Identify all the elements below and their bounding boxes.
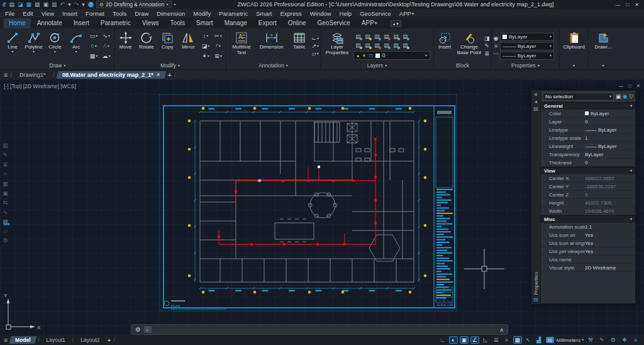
copy-tool-button[interactable]: Copy	[158, 30, 177, 62]
ribbon-collapse-button[interactable]: ▴▾	[391, 20, 401, 27]
open-file-icon[interactable]: ◪	[18, 1, 23, 8]
viewport-controls[interactable]: [-] [Top] [2D Wireframe] [WCS]	[4, 83, 76, 89]
close-icon[interactable]: ✕	[157, 72, 160, 77]
swap-tool-icon[interactable]: ⇆	[3, 200, 8, 206]
units-dropdown[interactable]: Millimeters ▾	[557, 337, 584, 343]
panel-label-draw[interactable]: Draw▾	[3, 62, 113, 69]
define-attribute-icon[interactable]: ◨	[484, 35, 490, 42]
redo-dropdown-icon[interactable]: ▾	[82, 1, 85, 8]
ribbon-tab-home[interactable]: Home	[4, 18, 31, 28]
layer-state-icon-10[interactable]: ▤	[391, 41, 401, 50]
palette-close-icon[interactable]: ✕	[534, 91, 538, 98]
command-bar[interactable]: ⚙ ▹ ∧	[131, 324, 508, 335]
menu-item-dimension[interactable]: Dimension	[157, 10, 185, 17]
property-value[interactable]: ByLayer	[585, 152, 635, 157]
layout-tab-model[interactable]: Model	[9, 336, 37, 344]
menu-item-modify[interactable]: Modify	[193, 10, 211, 17]
layer-state-icon-6[interactable]: ▤	[353, 41, 363, 50]
erase-tool-icon[interactable]: ◪▾	[199, 41, 212, 51]
pdf-export-icon[interactable]: ▧	[3, 218, 8, 225]
object-snap-icon[interactable]: ▣	[460, 336, 469, 344]
ribbon-tab-manage[interactable]: Manage	[219, 18, 252, 28]
stretch-tool-icon[interactable]: ↕▾	[199, 31, 212, 41]
ribbon-tab-views[interactable]: Views	[137, 18, 164, 28]
ribbon-tab-annotate[interactable]: Annotate	[32, 18, 67, 28]
layer-state-icon-4[interactable]: ▤	[391, 32, 401, 41]
drawing-utilities-button[interactable]: Drawi...	[590, 30, 616, 62]
arc-tool-button[interactable]: Arc ▾	[66, 30, 86, 62]
hatch-tool-icon[interactable]: ▦▾	[87, 51, 100, 61]
point-tool-icon[interactable]: ∴▾	[100, 41, 113, 51]
help-icon[interactable]: ?	[88, 2, 94, 8]
linetype-dropdown[interactable]: ——— ByLayer ▾	[500, 52, 554, 60]
menu-item-insert[interactable]: Insert	[62, 10, 77, 17]
undo-dropdown-icon[interactable]: ▾	[68, 1, 71, 8]
leader-tool-icon[interactable]: ↗▾	[311, 43, 319, 49]
property-value[interactable]: ———ByLayer	[585, 144, 635, 149]
edit-attribute-icon[interactable]: ✎	[484, 43, 490, 49]
panel-label-annotation[interactable]: Annotation▾	[228, 62, 319, 69]
minimize-button[interactable]: —	[615, 2, 620, 8]
ellipse-tool-icon[interactable]: ○▾	[87, 41, 100, 51]
doc-tab-drawing1[interactable]: Drawing1*	[14, 71, 51, 79]
move-tool-button[interactable]: Move	[116, 30, 135, 62]
rectangle-tool-icon[interactable]: ▭▾	[87, 31, 100, 41]
chevron-down-icon[interactable]: ▾	[33, 50, 35, 54]
ribbon-tab-online[interactable]: Online	[283, 18, 311, 28]
layer-state-icon-5[interactable]: ▤	[401, 32, 410, 41]
change-base-point-button[interactable]: Change Base Point	[455, 30, 483, 62]
select-objects-icon[interactable]: ◉	[623, 93, 627, 99]
palette-collapse-icon[interactable]: ◂	[535, 98, 537, 105]
layer-dropdown[interactable]: ● ☀ ⊓ 0 ▾	[353, 51, 430, 60]
list-tool-icon[interactable]: ≣	[3, 161, 8, 167]
object-color-dropdown[interactable]: ByLayer ▾	[500, 33, 554, 41]
polyline-tool-icon[interactable]: ∿	[3, 209, 8, 215]
object-snap-tracking-icon[interactable]: ∠	[470, 336, 479, 344]
drawing-area[interactable]: [-] [Top] [2D Wireframe] [WCS] — □ ✕ ▤✎≣…	[0, 79, 644, 335]
panel-label-block[interactable]: Block	[435, 62, 490, 69]
property-value[interactable]: 466022.0657	[585, 176, 635, 181]
dynamic-ucs-icon[interactable]: ▟	[535, 336, 543, 344]
lineweight-icon[interactable]: ≡	[493, 43, 499, 49]
ribbon-tab-insert[interactable]: Insert	[69, 18, 94, 28]
palette-pin-icon[interactable]: ▤	[533, 105, 538, 112]
status-menu-icon[interactable]: ≡	[631, 336, 640, 344]
dimension-button[interactable]: ✳ Dimension	[257, 30, 287, 62]
command-history-chevron-icon[interactable]: ∧	[499, 327, 504, 333]
quick-access-menu-icon[interactable]: ▾	[174, 3, 176, 6]
workspace-switcher[interactable]: ⚙ 2D Drafting & Annotation ▾	[96, 1, 172, 8]
property-value[interactable]: 1	[585, 135, 635, 141]
save-as-icon[interactable]: ▧	[35, 1, 40, 8]
explode-tool-icon[interactable]: ✶▾	[199, 51, 212, 61]
layer-state-icon-3[interactable]: ▤	[382, 32, 391, 41]
table-button[interactable]: Table	[288, 30, 311, 62]
menu-item-window[interactable]: Window	[310, 10, 331, 17]
ribbon-tab-geoservice[interactable]: GeoService	[313, 18, 355, 28]
selection-dropdown[interactable]: No selection ▾	[543, 93, 614, 101]
file-tabs-menu-icon[interactable]: ≡	[4, 71, 8, 79]
customization-icon[interactable]: ✎	[597, 336, 606, 344]
print-icon[interactable]: ▥	[52, 1, 57, 8]
menu-item-draw[interactable]: Draw	[135, 10, 148, 17]
rotate-tool-button[interactable]: Rotate	[136, 30, 156, 62]
layer-state-icon-8[interactable]: ▤	[372, 41, 382, 50]
toggle-pickadd-icon[interactable]: ▽	[629, 93, 633, 99]
layout-tab-layout2[interactable]: Layout2	[75, 336, 104, 344]
close-button[interactable]: ✕	[635, 2, 639, 8]
section-header-general[interactable]: General▾	[541, 102, 635, 110]
block-tool-icon[interactable]: ▦	[3, 181, 8, 187]
property-value[interactable]: 104036.4679	[585, 208, 635, 214]
polar-tracking-icon[interactable]: ◐	[449, 336, 458, 344]
layout-menu-icon[interactable]: ≡	[4, 336, 8, 344]
menu-item-help[interactable]: Help	[340, 10, 352, 17]
command-input[interactable]	[155, 325, 496, 334]
text-style-icon[interactable]: ▱▾	[311, 50, 319, 57]
save-icon[interactable]: ▦	[26, 1, 32, 8]
polyline-tool-button[interactable]: Polyline ▾	[24, 30, 44, 62]
menu-item-edit[interactable]: Edit	[23, 10, 33, 17]
doc-close-button[interactable]: ✕	[636, 83, 640, 89]
property-value[interactable]: 41072.7305	[585, 200, 635, 206]
chevron-down-icon[interactable]: ▾	[11, 50, 13, 54]
menu-item-parametric[interactable]: Parametric	[219, 10, 248, 17]
layer-tool-icon[interactable]: ▤	[3, 142, 8, 149]
